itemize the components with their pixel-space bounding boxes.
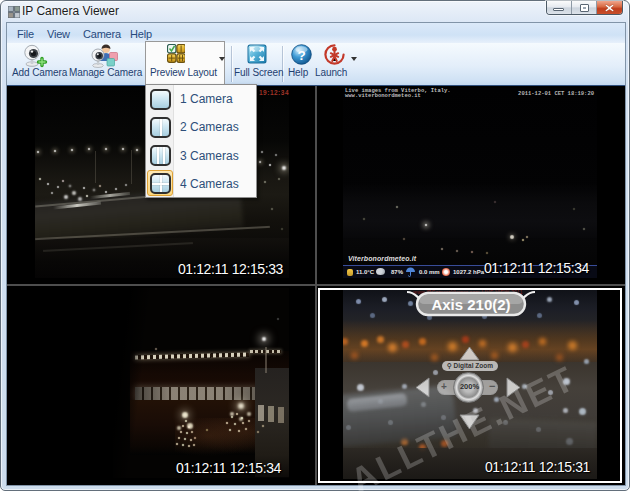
svg-text:Axis 210(2): Axis 210(2) xyxy=(431,296,510,313)
svg-text:?: ? xyxy=(297,48,305,63)
